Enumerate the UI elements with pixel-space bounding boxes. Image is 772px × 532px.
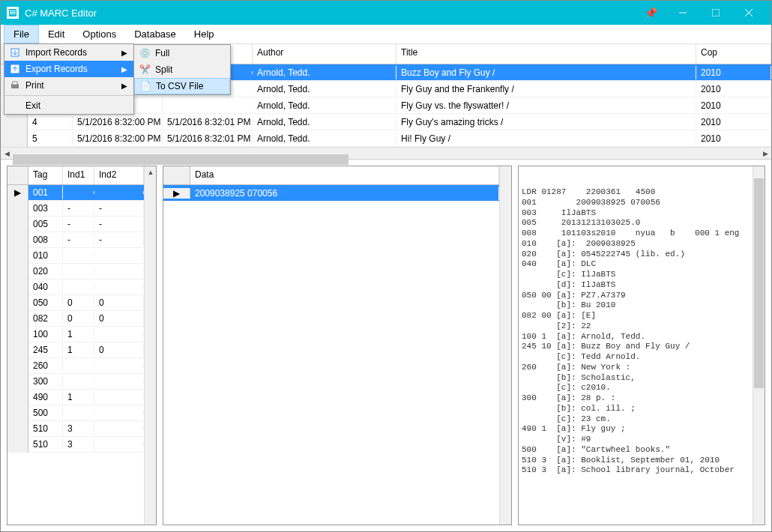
menu-export-csv[interactable]: 📄 To CSV File — [134, 78, 230, 94]
menu-export-full[interactable]: 💿 Full — [134, 45, 230, 61]
scroll-right-icon[interactable]: ▶ — [759, 148, 771, 160]
col-data[interactable]: Data — [190, 166, 499, 184]
tag-row[interactable]: 020 — [7, 264, 144, 279]
row-indicator-icon — [7, 279, 28, 295]
cut-icon: ✂️ — [137, 64, 152, 75]
row-indicator-icon — [7, 201, 28, 217]
row-indicator-icon — [7, 405, 28, 421]
scroll-left-icon[interactable]: ◀ — [1, 148, 13, 160]
tag-row[interactable]: 500 — [7, 405, 144, 421]
chevron-right-icon: ▶ — [121, 65, 127, 73]
svg-rect-5 — [712, 9, 720, 16]
tag-row[interactable]: 1001 — [7, 327, 144, 342]
row-indicator-icon — [7, 248, 28, 264]
file-dropdown: Import Records ▶ Export Records ▶ 💿 Full… — [4, 43, 134, 115]
col-tag[interactable]: Tag — [28, 166, 63, 184]
tag-row[interactable]: 5103 — [7, 421, 144, 437]
svg-rect-2 — [10, 12, 16, 13]
tag-row[interactable]: 260 — [7, 358, 144, 374]
row-indicator-icon — [7, 327, 28, 342]
marc-text-panel: LDR 01287 2200361 4500 001 2009038925 07… — [518, 166, 765, 525]
data-value: 2009038925 070056 — [190, 187, 499, 200]
menu-exit[interactable]: Exit — [4, 97, 133, 114]
row-indicator-icon — [7, 421, 28, 437]
row-indicator-icon — [7, 358, 28, 374]
scroll-thumb[interactable] — [754, 178, 764, 388]
tag-panel: Tag Ind1 Ind2 ▶001003--005--008--0100200… — [7, 166, 157, 525]
svg-rect-1 — [10, 10, 16, 11]
window-title: C# MARC Editor — [25, 7, 636, 19]
tag-row[interactable]: ▶001 — [7, 185, 144, 201]
tag-row[interactable]: 24510 — [7, 342, 144, 358]
row-indicator-icon — [7, 390, 28, 405]
data-row[interactable]: ▶ 2009038925 070056 — [163, 185, 499, 202]
tag-row[interactable]: 5103 — [7, 437, 144, 453]
tag-row[interactable]: 003-- — [7, 201, 144, 217]
titlebar: C# MARC Editor 📌 — [1, 1, 771, 25]
menubar: File Edit Options Database Help Import R… — [1, 25, 771, 44]
menu-separator — [4, 95, 133, 96]
record-icon: 💿 — [137, 48, 152, 58]
close-button[interactable] — [732, 1, 765, 25]
chevron-right-icon: ▶ — [121, 82, 127, 90]
data-vscroll[interactable] — [499, 166, 511, 525]
maximize-button[interactable] — [699, 1, 732, 25]
row-indicator-icon — [1, 114, 28, 130]
svg-rect-3 — [10, 13, 16, 14]
row-indicator-icon: ▶ — [7, 185, 28, 201]
marc-vscroll[interactable]: ▲ — [753, 166, 765, 525]
record-row[interactable]: 55/1/2016 8:32:00 PM5/1/2016 8:32:01 PMA… — [1, 130, 771, 147]
row-indicator-icon — [7, 374, 28, 390]
chevron-right-icon: ▶ — [121, 49, 127, 57]
print-icon — [7, 80, 22, 91]
marc-text: LDR 01287 2200361 4500 001 2009038925 07… — [522, 187, 762, 476]
content-area: Date Changed Author Title Cop ▶01 PMArno… — [1, 44, 771, 531]
menu-import-records[interactable]: Import Records ▶ — [4, 44, 133, 61]
scroll-thumb[interactable] — [13, 154, 349, 165]
menu-options[interactable]: Options — [73, 25, 125, 43]
tag-row[interactable]: 010 — [7, 248, 144, 264]
record-row[interactable]: 45/1/2016 8:32:00 PM5/1/2016 8:32:01 PMA… — [1, 114, 771, 130]
tag-row[interactable]: 300 — [7, 374, 144, 390]
row-indicator-icon — [7, 217, 28, 232]
tag-row[interactable]: 4901 — [7, 390, 144, 405]
col-ind1[interactable]: Ind1 — [63, 166, 94, 184]
col-author[interactable]: Author — [253, 44, 396, 64]
row-indicator-icon — [7, 342, 28, 358]
tag-row[interactable]: 05000 — [7, 295, 144, 311]
row-indicator-icon — [7, 311, 28, 327]
col-cop[interactable]: Cop — [696, 44, 771, 64]
row-indicator-icon — [7, 264, 28, 279]
data-panel: Data ▶ 2009038925 070056 — [163, 166, 512, 525]
tag-row[interactable]: 005-- — [7, 217, 144, 232]
menu-help[interactable]: Help — [185, 25, 223, 43]
tag-row[interactable]: 008-- — [7, 232, 144, 248]
minimize-button[interactable] — [666, 1, 699, 25]
menu-export-split[interactable]: ✂️ Split — [134, 61, 230, 78]
row-indicator-icon — [7, 232, 28, 248]
menu-print[interactable]: Print ▶ — [4, 77, 133, 94]
menu-edit[interactable]: Edit — [39, 25, 73, 43]
pin-icon[interactable]: 📌 — [636, 7, 666, 19]
app-window: C# MARC Editor 📌 File Edit Options Datab… — [0, 0, 772, 532]
export-icon — [7, 64, 22, 74]
import-icon — [7, 47, 22, 58]
tag-row[interactable]: 08200 — [7, 311, 144, 327]
panels: Tag Ind1 Ind2 ▶001003--005--008--0100200… — [1, 160, 771, 531]
menu-export-records[interactable]: Export Records ▶ 💿 Full ✂️ Split 📄 To CS… — [4, 61, 133, 77]
tag-vscroll[interactable]: ▲ — [144, 166, 156, 525]
row-indicator-icon — [1, 130, 28, 147]
scroll-up-icon[interactable]: ▲ — [145, 166, 157, 178]
app-icon — [7, 7, 19, 19]
tag-row[interactable]: 040 — [7, 279, 144, 295]
records-hscroll[interactable]: ◀ ▶ — [1, 147, 771, 159]
svg-rect-11 — [13, 82, 17, 85]
row-indicator-icon: ▶ — [163, 188, 190, 199]
col-ind2[interactable]: Ind2 — [94, 166, 144, 184]
row-indicator-icon — [7, 437, 28, 453]
csv-icon: 📄 — [138, 81, 153, 91]
menu-database[interactable]: Database — [125, 25, 185, 43]
col-title[interactable]: Title — [396, 44, 696, 64]
export-submenu: 💿 Full ✂️ Split 📄 To CSV File — [133, 44, 231, 95]
menu-file[interactable]: File — [4, 25, 39, 43]
